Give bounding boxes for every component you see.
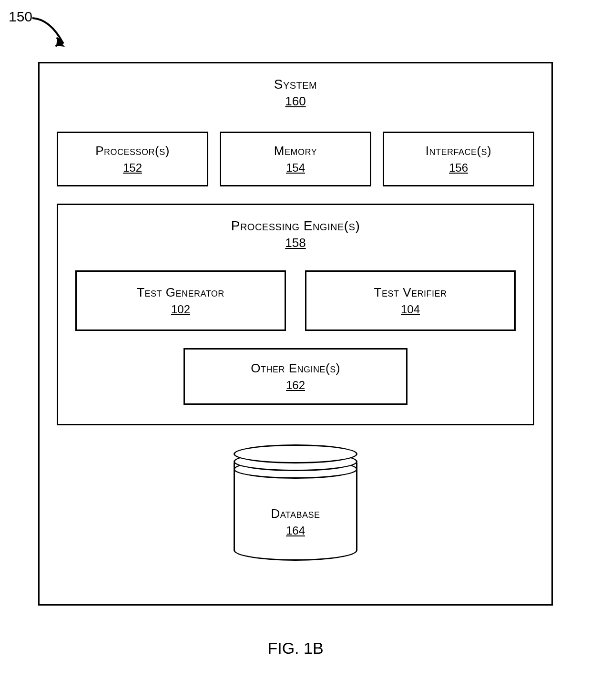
other-engines-row: Other Engine(s) 162 bbox=[75, 348, 516, 405]
interface-box: Interface(s) 156 bbox=[383, 132, 534, 186]
test-verifier-box: Test Verifier 104 bbox=[305, 270, 516, 331]
system-box: System 160 Processor(s) 152 Memory 154 I… bbox=[38, 62, 553, 606]
test-generator-num: 102 bbox=[82, 303, 280, 316]
database-label: Database bbox=[234, 506, 357, 521]
engines-num: 158 bbox=[75, 236, 516, 250]
memory-label: Memory bbox=[226, 144, 365, 158]
test-generator-label: Test Generator bbox=[82, 285, 280, 300]
processor-num: 152 bbox=[63, 161, 202, 175]
engines-title: Processing Engine(s) 158 bbox=[75, 218, 516, 250]
database-num: 164 bbox=[234, 524, 357, 537]
processing-engines-box: Processing Engine(s) 158 Test Generator … bbox=[57, 204, 534, 425]
test-generator-box: Test Generator 102 bbox=[75, 270, 286, 331]
memory-num: 154 bbox=[226, 161, 365, 175]
interface-num: 156 bbox=[389, 161, 528, 175]
database-wrap: Database 164 bbox=[57, 444, 534, 568]
processor-box: Processor(s) 152 bbox=[57, 132, 208, 186]
database-ring-1 bbox=[234, 444, 357, 463]
interface-label: Interface(s) bbox=[389, 144, 528, 158]
top-row: Processor(s) 152 Memory 154 Interface(s)… bbox=[57, 132, 534, 186]
other-engines-box: Other Engine(s) 162 bbox=[183, 348, 408, 405]
other-engines-num: 162 bbox=[190, 379, 401, 392]
figure-caption: FIG. 1B bbox=[0, 639, 591, 658]
engines-row: Test Generator 102 Test Verifier 104 bbox=[75, 270, 516, 331]
database-icon: Database 164 bbox=[234, 444, 357, 568]
system-title: System 160 bbox=[57, 77, 534, 109]
other-engines-label: Other Engine(s) bbox=[190, 361, 401, 376]
memory-box: Memory 154 bbox=[220, 132, 371, 186]
processor-label: Processor(s) bbox=[63, 144, 202, 158]
system-label: System bbox=[57, 77, 534, 92]
system-num: 160 bbox=[57, 94, 534, 109]
test-verifier-num: 104 bbox=[311, 303, 509, 316]
database-text: Database 164 bbox=[234, 506, 357, 537]
test-verifier-label: Test Verifier bbox=[311, 285, 509, 300]
engines-label: Processing Engine(s) bbox=[75, 218, 516, 234]
arrow-icon bbox=[29, 14, 76, 57]
